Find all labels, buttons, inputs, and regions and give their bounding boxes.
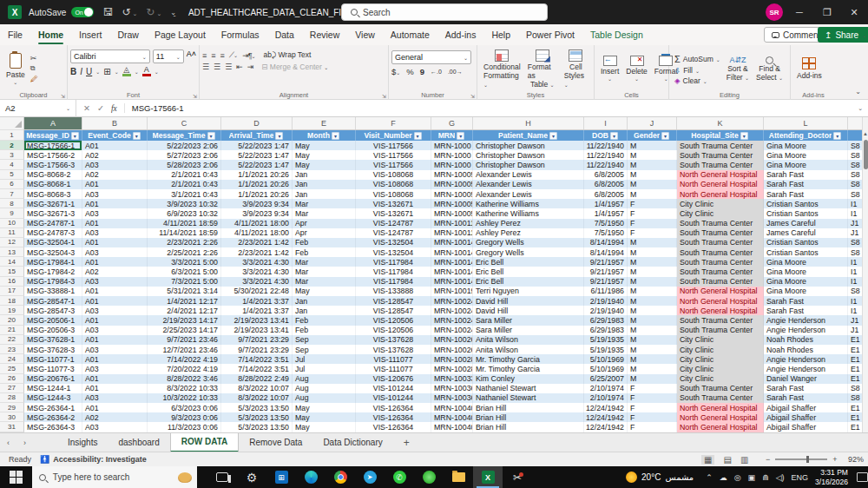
cell[interactable]: 1/4/2021 12:17 bbox=[148, 296, 221, 306]
cell[interactable]: M bbox=[628, 189, 677, 199]
cell[interactable]: VIS-124787 bbox=[356, 219, 431, 228]
cell[interactable]: 12/24/1942 bbox=[584, 422, 628, 432]
filter-icon[interactable]: ▾ bbox=[207, 132, 215, 140]
cell[interactable]: Brian Hill bbox=[473, 422, 584, 432]
tab-add-ins[interactable]: Add-ins bbox=[437, 24, 484, 45]
cell[interactable]: MRN-10026 bbox=[431, 345, 473, 354]
cell[interactable]: 7/20/2022 4:19 bbox=[148, 364, 221, 373]
tray-chevron-up-icon[interactable]: ⌃ bbox=[706, 473, 713, 482]
cell[interactable]: Angie Henderson bbox=[764, 315, 848, 325]
cell[interactable]: Katherine Williams bbox=[473, 208, 584, 218]
cell[interactable]: Abigail Shaffer bbox=[764, 403, 848, 412]
cell[interactable]: MSG-20506-3 bbox=[24, 326, 82, 335]
row-number-11[interactable]: 11 bbox=[0, 228, 24, 238]
row-number-2[interactable]: 2 bbox=[0, 141, 24, 150]
cell[interactable]: Feb bbox=[293, 247, 356, 257]
cell[interactable]: Jan bbox=[293, 306, 356, 315]
alignment-dialog-launcher[interactable]: ⇲ bbox=[382, 93, 386, 99]
cell[interactable]: David Hill bbox=[473, 296, 584, 306]
cell[interactable]: 2/4/2021 12:17 bbox=[148, 306, 221, 315]
font-dialog-launcher[interactable]: ⇲ bbox=[193, 93, 197, 99]
cell[interactable]: M bbox=[628, 160, 677, 169]
decrease-indent-icon[interactable]: ⇤ bbox=[236, 63, 242, 71]
cell[interactable]: North General Hospital bbox=[677, 422, 764, 432]
cell[interactable]: A01 bbox=[82, 199, 148, 208]
accessibility-status[interactable]: 🚹 Accessibility: Investigate bbox=[40, 455, 147, 464]
cell[interactable]: Apr bbox=[293, 219, 356, 228]
cell[interactable]: S8 bbox=[848, 150, 862, 160]
cell[interactable]: Gina Moore bbox=[764, 277, 848, 287]
cell[interactable]: May bbox=[293, 150, 356, 160]
cell[interactable]: VIS-126364 bbox=[356, 422, 431, 432]
sort-filter-button[interactable]: A⇵Z Sort & Filter ⌄ bbox=[723, 48, 753, 89]
cell[interactable]: 7/5/1950 bbox=[584, 228, 628, 238]
wrap-text-button[interactable]: ab⤸ Wrap Text bbox=[264, 50, 312, 60]
cell[interactable]: MRN-10026 bbox=[431, 335, 473, 345]
cell[interactable]: North General Hospital bbox=[677, 403, 764, 412]
cell[interactable]: MRN-10014 bbox=[431, 238, 473, 247]
cell[interactable]: 8/3/2022 10:07 bbox=[221, 384, 293, 393]
edge-icon[interactable] bbox=[296, 466, 326, 488]
cell[interactable]: Jan bbox=[293, 189, 356, 199]
cell[interactable]: Eric Bell bbox=[473, 277, 584, 287]
cell[interactable]: 4/11/2021 18:59 bbox=[148, 219, 221, 228]
cell[interactable]: Mar bbox=[293, 257, 356, 267]
cell[interactable]: South Trauma Center bbox=[677, 384, 764, 393]
cell[interactable]: South Trauma Center bbox=[677, 141, 764, 150]
cell[interactable]: MRN-1000 bbox=[431, 150, 473, 160]
row-number-27[interactable]: 27 bbox=[0, 384, 24, 393]
delete-cells-button[interactable]: Delete⌄ bbox=[622, 48, 651, 89]
cell[interactable]: F bbox=[628, 412, 677, 422]
percent-style-icon[interactable]: % bbox=[406, 67, 413, 76]
cell[interactable]: James Careful bbox=[764, 228, 848, 238]
zoom-level[interactable]: 92% bbox=[848, 455, 864, 464]
cell[interactable]: Jul bbox=[293, 364, 356, 373]
header-dob[interactable]: DOB▾ bbox=[584, 130, 628, 141]
column-letter-L[interactable]: L bbox=[764, 117, 848, 129]
onedrive-cloud-icon[interactable]: ☁ bbox=[720, 473, 727, 482]
cell[interactable]: Terri Nguyen bbox=[473, 287, 584, 296]
cell[interactable]: VIS-117984 bbox=[356, 267, 431, 276]
cell[interactable]: F bbox=[628, 219, 677, 228]
collapse-ribbon-icon[interactable]: ⌄ bbox=[855, 88, 861, 96]
cell[interactable]: Nathaniel Stewart bbox=[473, 393, 584, 403]
cell[interactable]: 6/11/1986 bbox=[584, 287, 628, 296]
cell[interactable]: 5/22/2023 2:06 bbox=[148, 141, 221, 150]
cell[interactable]: 8/14/1994 bbox=[584, 247, 628, 257]
cell[interactable]: MRN-10014 bbox=[431, 267, 473, 276]
cell[interactable]: MRN-10028 bbox=[431, 354, 473, 364]
cell[interactable]: 5/10/1969 bbox=[584, 354, 628, 364]
cell[interactable]: M bbox=[628, 335, 677, 345]
cell[interactable]: Cristian Santos bbox=[764, 199, 848, 208]
cell[interactable]: A01 bbox=[82, 141, 148, 150]
cell[interactable]: Nathaniel Stewart bbox=[473, 384, 584, 393]
number-format-select[interactable]: General⌄ bbox=[391, 50, 471, 64]
autosave-toggle[interactable]: On bbox=[71, 7, 94, 17]
cell[interactable]: MRN-10033 bbox=[431, 374, 473, 384]
cell[interactable]: M bbox=[628, 170, 677, 180]
cell[interactable]: I1 bbox=[848, 208, 862, 218]
cell[interactable]: A01 bbox=[82, 219, 148, 228]
header-message_time[interactable]: Message_Time▾ bbox=[148, 130, 221, 141]
cell[interactable]: MSG-11077-1 bbox=[24, 354, 82, 364]
language-indicator[interactable]: ENG bbox=[792, 473, 809, 482]
cell[interactable]: 9/21/1957 bbox=[584, 257, 628, 267]
cell[interactable]: 5/22/2023 1:47 bbox=[221, 141, 293, 150]
header-event_code[interactable]: Event_Code▾ bbox=[82, 130, 148, 141]
clipboard-dialog-launcher[interactable]: ⇲ bbox=[61, 93, 65, 99]
merge-center-button[interactable]: ⊟ Merge & Center ⌄ bbox=[261, 63, 328, 71]
tab-draw[interactable]: Draw bbox=[109, 24, 147, 45]
cell[interactable]: Jul bbox=[293, 354, 356, 364]
cell[interactable]: 2/25/2021 2:26 bbox=[148, 247, 221, 257]
format-as-table-button[interactable]: Format as Table ⌄ bbox=[524, 48, 561, 89]
cell[interactable]: M bbox=[628, 150, 677, 160]
cell[interactable]: S8 bbox=[848, 247, 862, 257]
cell[interactable]: 5/3/2023 13:50 bbox=[221, 403, 293, 412]
cell[interactable]: MRN-10005 bbox=[431, 170, 473, 180]
cell[interactable]: North General Hospital bbox=[677, 170, 764, 180]
cell[interactable]: City Clinic bbox=[677, 335, 764, 345]
font-size-select[interactable]: 11⌄ bbox=[153, 49, 184, 63]
comma-style-icon[interactable]: 9 bbox=[420, 67, 424, 76]
cell[interactable]: Angie Henderson bbox=[764, 326, 848, 335]
cell[interactable]: Mr. Timothy Garcia bbox=[473, 364, 584, 373]
